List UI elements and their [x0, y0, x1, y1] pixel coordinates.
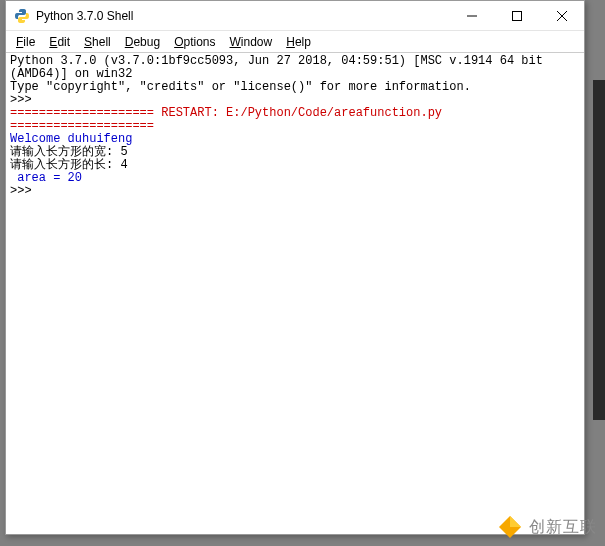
menubar: File Edit Shell Debug Options Window Hel… [6, 31, 584, 53]
menu-help[interactable]: Help [286, 35, 311, 49]
titlebar[interactable]: Python 3.7.0 Shell [6, 1, 584, 31]
input-value: 5 [120, 145, 127, 159]
python-icon [14, 8, 30, 24]
input-value: 4 [120, 158, 127, 172]
maximize-button[interactable] [494, 1, 539, 30]
menu-shell[interactable]: Shell [84, 35, 111, 49]
result-line: area = 20 [10, 172, 580, 185]
banner-line: Python 3.7.0 (v3.7.0:1bf9cc5093, Jun 27 … [10, 55, 580, 81]
menu-window[interactable]: Window [230, 35, 273, 49]
menu-options[interactable]: Options [174, 35, 215, 49]
svg-rect-1 [512, 11, 521, 20]
background-strip [593, 80, 605, 420]
menu-file[interactable]: File [16, 35, 35, 49]
prompt: >>> [10, 93, 39, 107]
watermark-text: 创新互联 [529, 517, 597, 538]
window-frame: Python 3.7.0 Shell File Edit Shell Debug… [5, 0, 585, 535]
menu-edit[interactable]: Edit [49, 35, 70, 49]
banner-line: Type "copyright", "credits" or "license(… [10, 81, 580, 94]
shell-content[interactable]: Python 3.7.0 (v3.7.0:1bf9cc5093, Jun 27 … [6, 53, 584, 534]
menu-debug[interactable]: Debug [125, 35, 160, 49]
window-title: Python 3.7.0 Shell [36, 9, 449, 23]
input-prompt: 请输入长方形的长: [10, 158, 120, 172]
close-button[interactable] [539, 1, 584, 30]
watermark: 创新互联 [497, 514, 597, 540]
window-controls [449, 1, 584, 30]
input-prompt: 请输入长方形的宽: [10, 145, 120, 159]
minimize-button[interactable] [449, 1, 494, 30]
watermark-logo-icon [497, 514, 523, 540]
restart-line: ==================== RESTART: E:/Python/… [10, 107, 580, 133]
prompt: >>> [10, 184, 39, 198]
